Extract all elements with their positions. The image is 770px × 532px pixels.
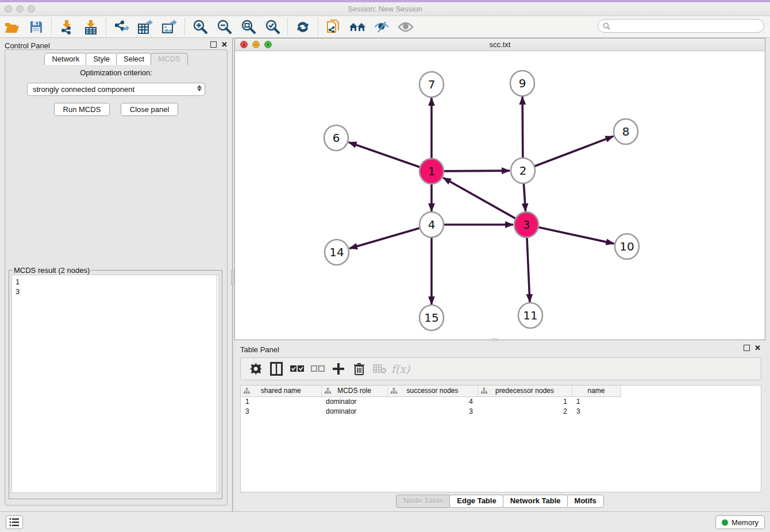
close-panel-button[interactable]: Close panel bbox=[121, 103, 179, 116]
table-cell[interactable]: 2 bbox=[478, 406, 572, 416]
node-11[interactable]: 11 bbox=[518, 303, 542, 328]
node-10[interactable]: 10 bbox=[615, 234, 639, 259]
table-row[interactable]: 1dominator411 bbox=[241, 396, 621, 406]
tab-node-table[interactable]: Node Table bbox=[396, 495, 451, 508]
table-cell[interactable]: 1 bbox=[572, 396, 621, 406]
table-cell[interactable]: 3 bbox=[387, 406, 478, 416]
close-table-panel-icon[interactable]: ✕ bbox=[754, 345, 761, 351]
edge-4-14[interactable] bbox=[349, 228, 421, 248]
export-network-icon[interactable] bbox=[110, 18, 132, 36]
column-header-predecessor-nodes[interactable]: predecessor nodes bbox=[478, 385, 572, 396]
edge-1-6[interactable] bbox=[349, 142, 421, 168]
optimization-criterion-select[interactable]: strongly connected component bbox=[27, 83, 205, 96]
table-cell[interactable]: 4 bbox=[387, 396, 478, 406]
refresh-icon[interactable] bbox=[292, 18, 314, 36]
show-columns-icon[interactable] bbox=[266, 360, 287, 377]
tab-style[interactable]: Style bbox=[86, 53, 117, 65]
network-canvas[interactable]: 7968124314101511 bbox=[235, 51, 765, 340]
export-table-icon[interactable] bbox=[134, 18, 156, 36]
node-9[interactable]: 9 bbox=[510, 71, 534, 96]
network-graph[interactable]: 7968124314101511 bbox=[235, 51, 766, 340]
zoom-selected-icon[interactable] bbox=[261, 18, 283, 36]
optimization-criterion-label: Optimization criterion: bbox=[5, 68, 227, 77]
mcds-result-text[interactable]: 1 3 bbox=[11, 275, 220, 493]
zoom-in-icon[interactable] bbox=[189, 18, 211, 36]
network-maximize-icon[interactable]: + bbox=[264, 41, 272, 48]
network-minimize-icon[interactable]: − bbox=[252, 41, 260, 48]
edge-3-10[interactable] bbox=[537, 227, 614, 244]
search-field[interactable] bbox=[598, 19, 764, 33]
edge-3-1[interactable] bbox=[443, 178, 517, 219]
window-title: Session: New Session bbox=[0, 5, 770, 13]
edge-2-8[interactable] bbox=[533, 136, 614, 167]
svg-text:4: 4 bbox=[428, 218, 436, 232]
show-all-eye-icon[interactable] bbox=[395, 18, 417, 36]
column-header-MCDS-role[interactable]: MCDS role bbox=[321, 385, 387, 396]
node-7[interactable]: 7 bbox=[419, 72, 444, 97]
node-2[interactable]: 2 bbox=[511, 158, 535, 183]
node-table-grid[interactable]: shared nameMCDS rolesuccessor nodesprede… bbox=[241, 385, 621, 416]
table-row[interactable]: 3dominator323 bbox=[241, 406, 621, 416]
delete-column-icon[interactable] bbox=[349, 360, 369, 377]
memory-status-icon bbox=[722, 519, 728, 526]
tab-network-table[interactable]: Network Table bbox=[503, 495, 568, 508]
node-1[interactable]: 1 bbox=[419, 159, 444, 184]
column-header-shared-name[interactable]: shared name bbox=[241, 385, 321, 396]
home-icon[interactable] bbox=[346, 18, 368, 36]
open-session-icon[interactable] bbox=[1, 18, 23, 36]
network-window-titlebar[interactable]: x − + scc.txt bbox=[235, 38, 765, 51]
select-all-columns-icon[interactable] bbox=[287, 360, 307, 377]
tab-mcds[interactable]: MCDS bbox=[151, 53, 187, 65]
import-network-icon[interactable] bbox=[56, 18, 78, 36]
import-table-icon[interactable] bbox=[80, 18, 102, 36]
svg-text:15: 15 bbox=[424, 311, 438, 325]
node-table[interactable]: shared nameMCDS rolesuccessor nodesprede… bbox=[240, 385, 761, 492]
table-cell[interactable]: dominator bbox=[321, 396, 387, 406]
mcds-result-box: MCDS result (2 nodes) 1 3 bbox=[9, 266, 222, 499]
zoom-out-icon[interactable] bbox=[213, 18, 235, 36]
tab-network[interactable]: Network bbox=[44, 53, 87, 65]
tab-motifs[interactable]: Motifs bbox=[567, 495, 604, 508]
edge-2-9[interactable] bbox=[522, 97, 523, 160]
clone-network-icon[interactable] bbox=[322, 18, 344, 36]
node-4[interactable]: 4 bbox=[419, 212, 444, 237]
edge-1-2[interactable] bbox=[442, 171, 510, 171]
list-icon bbox=[9, 518, 20, 527]
zoom-fit-icon[interactable] bbox=[237, 18, 259, 36]
table-cell[interactable]: 1 bbox=[241, 396, 321, 406]
application-window: Session: New Session bbox=[0, 0, 770, 532]
float-panel-icon[interactable] bbox=[210, 41, 217, 48]
hide-selected-eye-icon[interactable] bbox=[371, 18, 392, 36]
table-cell[interactable]: 3 bbox=[241, 406, 321, 416]
result-scrollbar[interactable] bbox=[216, 275, 219, 492]
svg-text:1: 1 bbox=[428, 164, 436, 178]
close-panel-icon[interactable]: ✕ bbox=[221, 41, 228, 48]
svg-text:7: 7 bbox=[428, 78, 436, 91]
memory-button[interactable]: Memory bbox=[715, 515, 765, 529]
search-input[interactable] bbox=[613, 22, 764, 30]
unselect-all-columns-icon[interactable] bbox=[307, 360, 328, 377]
column-header-name[interactable]: name bbox=[572, 385, 621, 396]
edge-2-3[interactable] bbox=[523, 182, 525, 211]
status-bar: Memory bbox=[0, 511, 770, 532]
float-table-panel-icon[interactable] bbox=[744, 345, 750, 351]
node-14[interactable]: 14 bbox=[325, 240, 349, 265]
add-column-icon[interactable] bbox=[328, 360, 349, 377]
network-close-icon[interactable]: x bbox=[240, 41, 248, 48]
task-history-button[interactable] bbox=[6, 515, 23, 529]
export-image-icon[interactable] bbox=[159, 18, 180, 36]
table-cell[interactable]: 3 bbox=[572, 406, 621, 416]
save-session-icon[interactable] bbox=[25, 18, 47, 36]
node-15[interactable]: 15 bbox=[419, 305, 444, 330]
table-cell[interactable]: 1 bbox=[478, 396, 572, 406]
table-settings-icon[interactable] bbox=[245, 360, 266, 377]
table-cell[interactable]: dominator bbox=[321, 406, 387, 416]
column-header-successor-nodes[interactable]: successor nodes bbox=[387, 385, 478, 396]
node-8[interactable]: 8 bbox=[614, 119, 638, 144]
tab-select[interactable]: Select bbox=[116, 53, 152, 65]
tab-edge-table[interactable]: Edge Table bbox=[449, 495, 503, 508]
run-mcds-button[interactable]: Run MCDS bbox=[54, 103, 110, 116]
node-6[interactable]: 6 bbox=[324, 125, 348, 151]
node-3[interactable]: 3 bbox=[514, 212, 538, 237]
edge-3-11[interactable] bbox=[527, 236, 530, 302]
